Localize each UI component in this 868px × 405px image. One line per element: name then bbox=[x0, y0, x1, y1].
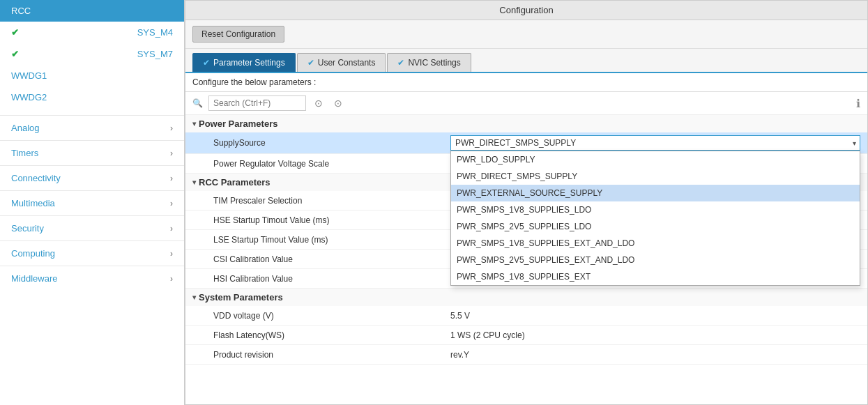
sidebar-category-connectivity[interactable]: Connectivity › bbox=[0, 165, 184, 190]
sidebar-item-wwdg1[interactable]: WWDG1 bbox=[0, 65, 184, 86]
dropdown-option-pwr-ldo[interactable]: PWR_LDO_SUPPLY bbox=[451, 151, 860, 168]
param-name-hse-startup: HSE Startup Timout Value (ms) bbox=[213, 215, 450, 225]
sidebar-category-label: Security bbox=[11, 223, 44, 234]
search-icon: 🔍 bbox=[192, 98, 203, 108]
param-value-vdd-voltage: 5.5 V bbox=[450, 311, 860, 321]
sidebar-item-label: SYS_M7 bbox=[137, 49, 173, 59]
checkmark-icon: ✔ bbox=[11, 27, 19, 38]
chevron-right-icon: › bbox=[170, 274, 173, 284]
section-title: Power Parameters bbox=[199, 119, 277, 129]
tab-nvic-settings[interactable]: ✔ NVIC Settings bbox=[387, 53, 471, 72]
tab-check-icon: ✔ bbox=[307, 58, 314, 68]
chevron-right-icon: › bbox=[170, 249, 173, 259]
dropdown-option-pwr-direct-smps[interactable]: PWR_DIRECT_SMPS_SUPPLY bbox=[451, 168, 860, 185]
tab-label: User Constants bbox=[318, 58, 376, 68]
search-bar: 🔍 ⊙ ⊙ ℹ bbox=[185, 92, 867, 115]
chevron-right-icon: › bbox=[170, 174, 173, 183]
sidebar-category-security[interactable]: Security › bbox=[0, 215, 184, 240]
param-value-product-rev: rev.Y bbox=[450, 350, 860, 360]
info-icon: ℹ bbox=[856, 97, 860, 110]
sidebar-item-sys_m4[interactable]: ✔SYS_M4 bbox=[0, 22, 184, 43]
config-panel: Configuration Reset Configuration ✔ Para… bbox=[185, 0, 868, 405]
sidebar-item-label: SYS_M4 bbox=[137, 27, 173, 38]
sidebar-category-label: Analog bbox=[11, 123, 39, 133]
dropdown-option-pwr-smps-2v5-ext-ldo[interactable]: PWR_SMPS_2V5_SUPPLIES_EXT_AND_LDO bbox=[451, 252, 860, 268]
tab-label: NVIC Settings bbox=[408, 58, 460, 68]
sidebar-category-middleware[interactable]: Middleware › bbox=[0, 266, 184, 291]
param-name-product-rev: Product revision bbox=[213, 350, 450, 360]
param-name-lse-startup: LSE Startup Timout Value (ms) bbox=[213, 235, 450, 245]
chevron-right-icon: › bbox=[170, 224, 173, 234]
main-content: Configuration Reset Configuration ✔ Para… bbox=[185, 0, 868, 405]
sidebar-item-label: WWDG2 bbox=[11, 92, 47, 102]
dropdown-option-pwr-smps-2v5-ldo[interactable]: PWR_SMPS_2V5_SUPPLIES_LDO bbox=[451, 218, 860, 235]
checkmark-icon: ✔ bbox=[11, 49, 19, 59]
tab-check-icon: ✔ bbox=[203, 58, 210, 68]
chevron-right-icon: › bbox=[170, 148, 173, 158]
config-toolbar: Reset Configuration bbox=[185, 20, 867, 49]
param-row-supply-source: SupplySourcePWR_DIRECT_SMPS_SUPPLY▾PWR_L… bbox=[185, 132, 867, 154]
sidebar: RCC✔SYS_M4✔SYS_M7WWDG1WWDG2 Analog › Tim… bbox=[0, 0, 185, 405]
sidebar-category-label: Connectivity bbox=[11, 173, 61, 183]
param-row-flash-latency: Flash Latency(WS)1 WS (2 CPU cycle) bbox=[185, 326, 867, 345]
sidebar-category-timers[interactable]: Timers › bbox=[0, 140, 184, 165]
search-next-button[interactable]: ⊙ bbox=[331, 96, 345, 110]
tab-label: Parameter Settings bbox=[213, 58, 285, 68]
sidebar-category-label: Computing bbox=[11, 248, 55, 259]
param-name-csi-cal: CSI Calibration Value bbox=[213, 254, 450, 264]
chevron-right-icon: › bbox=[170, 199, 173, 208]
tab-check-icon: ✔ bbox=[397, 58, 404, 68]
sidebar-category-label: Middleware bbox=[11, 273, 57, 284]
dropdown-supply-source[interactable]: PWR_DIRECT_SMPS_SUPPLY bbox=[450, 135, 860, 151]
section-header-system-params[interactable]: ▾ System Parameters bbox=[185, 289, 867, 306]
sidebar-item-sys_m7[interactable]: ✔SYS_M7 bbox=[0, 43, 184, 65]
dropdown-options-list: PWR_LDO_SUPPLYPWR_DIRECT_SMPS_SUPPLYPWR_… bbox=[450, 151, 860, 286]
sidebar-item-wwdg2[interactable]: WWDG2 bbox=[0, 86, 184, 108]
dropdown-option-pwr-external[interactable]: PWR_EXTERNAL_SOURCE_SUPPLY bbox=[451, 185, 860, 201]
sidebar-item-rcc[interactable]: RCC bbox=[0, 0, 184, 22]
param-row-vdd-voltage: VDD voltage (V)5.5 V bbox=[185, 306, 867, 326]
param-name-flash-latency: Flash Latency(WS) bbox=[213, 330, 450, 340]
param-row-product-rev: Product revisionrev.Y bbox=[185, 345, 867, 365]
sidebar-category-analog[interactable]: Analog › bbox=[0, 115, 184, 140]
config-title: Configuration bbox=[185, 1, 867, 20]
param-name-hsi-cal: HSI Calibration Value bbox=[213, 274, 450, 284]
reset-config-button[interactable]: Reset Configuration bbox=[192, 26, 284, 43]
param-name-vdd-voltage: VDD voltage (V) bbox=[213, 311, 450, 321]
search-input[interactable] bbox=[208, 95, 306, 111]
section-header-power-params[interactable]: ▾ Power Parameters bbox=[185, 115, 867, 132]
sidebar-category-multimedia[interactable]: Multimedia › bbox=[0, 190, 184, 215]
section-collapse-icon: ▾ bbox=[192, 293, 196, 301]
dropdown-option-pwr-smps-1v8-ldo[interactable]: PWR_SMPS_1V8_SUPPLIES_LDO bbox=[451, 201, 860, 218]
dropdown-wrapper-supply-source: PWR_DIRECT_SMPS_SUPPLY▾PWR_LDO_SUPPLYPWR… bbox=[450, 135, 860, 151]
param-name-tim-prescaler: TIM Prescaler Selection bbox=[213, 196, 450, 206]
sidebar-category-computing[interactable]: Computing › bbox=[0, 240, 184, 266]
section-collapse-icon: ▾ bbox=[192, 178, 196, 186]
config-subtitle: Configure the below parameters : bbox=[185, 73, 867, 92]
sidebar-category-label: Multimedia bbox=[11, 198, 55, 208]
sidebar-item-label: RCC bbox=[11, 6, 31, 16]
section-collapse-icon: ▾ bbox=[192, 120, 196, 128]
params-area: ▾ Power Parameters SupplySourcePWR_DIREC… bbox=[185, 115, 867, 404]
sidebar-item-label: WWDG1 bbox=[11, 70, 47, 81]
dropdown-option-pwr-smps-1v8-ext-ldo[interactable]: PWR_SMPS_1V8_SUPPLIES_EXT_AND_LDO bbox=[451, 235, 860, 252]
section-title: RCC Parameters bbox=[199, 177, 271, 188]
tab-user-constants[interactable]: ✔ User Constants bbox=[297, 53, 386, 72]
search-prev-button[interactable]: ⊙ bbox=[312, 96, 326, 110]
dropdown-option-pwr-smps-1v8-ext[interactable]: PWR_SMPS_1V8_SUPPLIES_EXT bbox=[451, 268, 860, 285]
param-value-flash-latency: 1 WS (2 CPU cycle) bbox=[450, 330, 860, 340]
tab-bar: ✔ Parameter Settings ✔ User Constants ✔ … bbox=[185, 49, 867, 73]
chevron-right-icon: › bbox=[170, 123, 173, 133]
tab-param-settings[interactable]: ✔ Parameter Settings bbox=[192, 53, 296, 72]
param-name-power-regulator: Power Regulator Voltage Scale bbox=[213, 159, 450, 169]
section-title: System Parameters bbox=[199, 292, 283, 303]
sidebar-category-label: Timers bbox=[11, 148, 38, 158]
param-name-supply-source: SupplySource bbox=[213, 138, 450, 148]
